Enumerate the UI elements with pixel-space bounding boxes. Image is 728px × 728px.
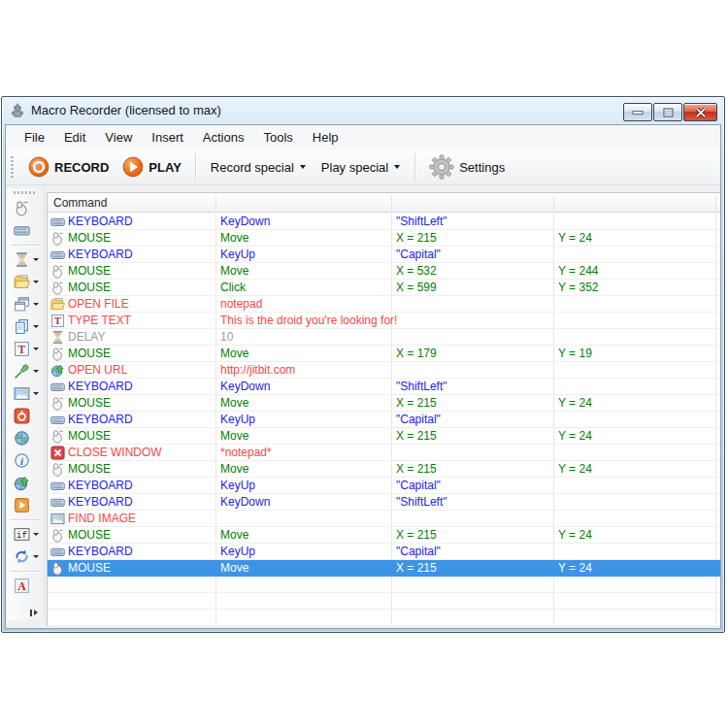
action-cell: http://jitbit.com <box>215 363 391 377</box>
sidebar-separator <box>11 571 40 572</box>
command-cell: MOUSE <box>48 264 215 279</box>
column-separator[interactable] <box>215 196 216 210</box>
table-row[interactable]: KEYBOARDKeyDown"ShiftLeft" <box>48 494 721 511</box>
column-separator[interactable] <box>715 196 716 210</box>
menu-item-file[interactable]: File <box>15 126 54 149</box>
menu-bar: FileEditViewInsertActionsToolsHelp <box>6 125 720 149</box>
table-row[interactable]: MOUSEMoveX = 215Y = 24 <box>48 230 721 247</box>
keyboard-icon <box>50 413 65 427</box>
settings-button[interactable]: Settings <box>422 151 512 182</box>
param1-cell: "Capital" <box>391 545 553 558</box>
close-button[interactable] <box>683 103 717 121</box>
menu-item-insert[interactable]: Insert <box>142 126 193 149</box>
table-row[interactable]: MOUSEMoveX = 215Y = 24 <box>48 395 721 412</box>
menu-item-edit[interactable]: Edit <box>54 126 95 149</box>
param2-cell: Y = 244 <box>553 264 715 278</box>
action-sidebar: TiifA <box>7 188 45 620</box>
sidebar-item-letter-a[interactable]: A <box>7 575 44 597</box>
sidebar-grip-handle[interactable] <box>14 191 37 194</box>
tbox-icon: T <box>14 341 30 357</box>
sidebar-item-power[interactable] <box>7 405 44 427</box>
toolbar-overflow-button[interactable] <box>27 608 41 617</box>
toolbar-grip-handle[interactable] <box>11 156 14 178</box>
action-cell: This is the droid you're looking for! <box>215 314 391 327</box>
sidebar-item-picture[interactable] <box>7 382 44 405</box>
command-label: MOUSE <box>68 429 111 443</box>
sidebar-item-globe[interactable] <box>7 427 44 449</box>
sidebar-item-folder[interactable] <box>7 271 44 293</box>
table-row[interactable]: MOUSEMoveX = 215Y = 24 <box>48 428 721 445</box>
table-row[interactable]: MOUSEMoveX = 532Y = 244 <box>48 263 721 280</box>
mouse-icon <box>50 561 65 576</box>
sidebar-item-info[interactable]: i <box>7 449 44 472</box>
action-cell: KeyUp <box>215 413 391 426</box>
table-row[interactable]: FIND IMAGE <box>48 511 721 527</box>
table-row[interactable]: KEYBOARDKeyUp"Capital" <box>48 412 721 428</box>
sidebar-item-eyedropper[interactable] <box>7 360 44 382</box>
command-label: MOUSE <box>68 231 111 245</box>
table-row[interactable]: DELAY10 <box>48 329 721 346</box>
table-row[interactable]: KEYBOARDKeyUp"Capital" <box>48 544 721 560</box>
table-row[interactable]: TTYPE TEXTThis is the droid you're looki… <box>48 313 721 329</box>
table-row[interactable]: KEYBOARDKeyDown"ShiftLeft" <box>48 214 721 230</box>
play-button[interactable]: PLAY <box>116 153 187 181</box>
sidebar-item-playbox[interactable] <box>7 494 44 516</box>
sidebar-item-windows[interactable] <box>7 293 44 315</box>
menu-item-view[interactable]: View <box>95 126 142 149</box>
sidebar-item-tbox[interactable]: T <box>7 338 44 360</box>
table-row[interactable]: KEYBOARDKeyDown"ShiftLeft" <box>48 379 721 395</box>
folder-icon <box>14 274 30 290</box>
hourglass-icon <box>50 330 65 345</box>
table-header[interactable]: Command <box>48 193 721 213</box>
table-row[interactable]: CLOSE WINDOW*notepad* <box>48 445 721 461</box>
table-row[interactable]: OPEN FILEnotepad <box>48 296 721 313</box>
action-cell: Move <box>215 396 391 410</box>
table-row[interactable]: MOUSEMoveX = 179Y = 19 <box>48 346 721 362</box>
table-row[interactable]: MOUSEMoveX = 215Y = 24 <box>48 461 721 478</box>
sidebar-item-refresh[interactable] <box>7 546 44 568</box>
sidebar-item-ifbox[interactable]: if <box>7 523 44 546</box>
window-controls <box>622 103 717 121</box>
command-cell: MOUSE <box>48 396 215 411</box>
overflow-arrow-icon <box>34 610 38 615</box>
letter-a-icon: A <box>14 578 30 594</box>
command-cell: KEYBOARD <box>48 495 215 510</box>
title-bar[interactable]: Macro Recorder (licensed to max) <box>2 97 724 123</box>
menu-item-tools[interactable]: Tools <box>253 126 302 149</box>
command-label: TYPE TEXT <box>68 314 131 327</box>
table-row[interactable]: MOUSEMoveX = 215Y = 24 <box>48 560 721 577</box>
play-special-button[interactable]: Play special <box>314 155 408 180</box>
sidebar-item-copy[interactable] <box>7 315 44 338</box>
sidebar-item-globe-up[interactable] <box>7 472 44 494</box>
column-separator[interactable] <box>391 196 392 210</box>
menu-item-actions[interactable]: Actions <box>193 126 254 149</box>
record-button[interactable]: RECORD <box>21 153 116 181</box>
menu-item-help[interactable]: Help <box>303 126 348 149</box>
table-row[interactable]: OPEN URLhttp://jitbit.com <box>48 362 721 379</box>
table-row[interactable]: KEYBOARDKeyUp"Capital" <box>48 478 721 494</box>
action-cell: Move <box>215 528 391 542</box>
overflow-bar-icon <box>30 610 32 616</box>
maximize-icon <box>663 108 674 117</box>
command-cell: CLOSE WINDOW <box>48 446 215 460</box>
command-cell: MOUSE <box>48 561 215 576</box>
svg-text:if: if <box>17 530 28 541</box>
param1-cell: "ShiftLeft" <box>391 495 553 509</box>
sidebar-item-mouse[interactable] <box>7 197 44 219</box>
action-cell: 10 <box>215 330 391 344</box>
record-special-button[interactable]: Record special <box>203 155 314 180</box>
minimize-button[interactable] <box>623 103 652 121</box>
minimize-icon <box>632 110 644 116</box>
globe-icon <box>14 430 30 447</box>
table-row[interactable]: MOUSEClickX = 599Y = 352 <box>48 280 721 296</box>
column-separator[interactable] <box>553 196 554 210</box>
maximize-button[interactable] <box>653 103 682 121</box>
sidebar-item-keyboard[interactable] <box>7 219 44 242</box>
table-row-empty <box>48 610 721 626</box>
command-cell: MOUSE <box>48 528 215 543</box>
table-row[interactable]: KEYBOARDKeyUp"Capital" <box>48 247 721 263</box>
table-row[interactable]: MOUSEMoveX = 215Y = 24 <box>48 527 721 544</box>
sidebar-item-hourglass[interactable] <box>7 248 44 271</box>
param1-cell: X = 215 <box>391 462 553 476</box>
command-label: MOUSE <box>68 561 111 575</box>
